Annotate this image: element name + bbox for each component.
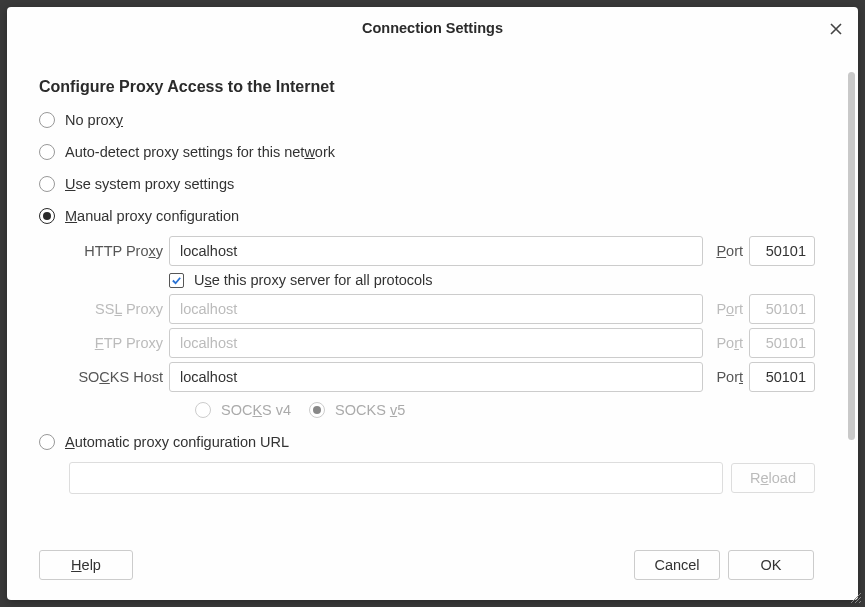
radio-icon bbox=[309, 402, 325, 418]
option-no-proxy[interactable]: No proxy bbox=[39, 108, 815, 132]
close-icon bbox=[830, 23, 842, 35]
dialog-title: Connection Settings bbox=[362, 20, 503, 36]
radio-icon bbox=[39, 176, 55, 192]
radio-label: Use system proxy settings bbox=[65, 176, 234, 192]
socks-port-input[interactable] bbox=[749, 362, 815, 392]
radio-label: Auto-detect proxy settings for this netw… bbox=[65, 144, 335, 160]
ssl-proxy-host-input bbox=[169, 294, 703, 324]
checkbox-icon bbox=[169, 273, 184, 288]
socks-version-row: SOCKS v4 SOCKS v5 bbox=[169, 398, 815, 422]
ssl-proxy-port-input bbox=[749, 294, 815, 324]
radio-label: Manual proxy configuration bbox=[65, 208, 239, 224]
pac-url-row: Reload bbox=[69, 462, 815, 494]
dialog-footer: Help Cancel OK bbox=[7, 540, 858, 600]
option-auto-detect[interactable]: Auto-detect proxy settings for this netw… bbox=[39, 140, 815, 164]
reload-button: Reload bbox=[731, 463, 815, 493]
ok-button[interactable]: OK bbox=[728, 550, 814, 580]
http-proxy-host-input[interactable] bbox=[169, 236, 703, 266]
option-use-system[interactable]: Use system proxy settings bbox=[39, 172, 815, 196]
ftp-proxy-host-input bbox=[169, 328, 703, 358]
cancel-button[interactable]: Cancel bbox=[634, 550, 720, 580]
dialog-body: Configure Proxy Access to the Internet N… bbox=[7, 50, 858, 540]
http-proxy-row: HTTP Proxy Port bbox=[69, 236, 815, 266]
socks-port-label: Port bbox=[709, 369, 743, 385]
manual-proxy-block: HTTP Proxy Port Use this proxy server fo… bbox=[69, 236, 815, 422]
socks-host-label: SOCKS Host bbox=[69, 369, 163, 385]
option-socks-v5: SOCKS v5 bbox=[309, 398, 405, 422]
http-proxy-port-input[interactable] bbox=[749, 236, 815, 266]
radio-label: No proxy bbox=[65, 112, 123, 128]
checkbox-label: Use this proxy server for all protocols bbox=[194, 272, 433, 288]
radio-icon bbox=[39, 112, 55, 128]
section-heading: Configure Proxy Access to the Internet bbox=[39, 78, 815, 96]
ssl-port-label: Port bbox=[709, 301, 743, 317]
ftp-proxy-label: FTP Proxy bbox=[69, 335, 163, 351]
option-socks-v4: SOCKS v4 bbox=[195, 398, 291, 422]
close-button[interactable] bbox=[824, 17, 848, 41]
pac-url-input bbox=[69, 462, 723, 494]
radio-icon bbox=[39, 434, 55, 450]
option-manual[interactable]: Manual proxy configuration bbox=[39, 204, 815, 228]
radio-label: SOCKS v4 bbox=[221, 402, 291, 418]
ftp-port-label: Port bbox=[709, 335, 743, 351]
radio-label: SOCKS v5 bbox=[335, 402, 405, 418]
http-proxy-label: HTTP Proxy bbox=[69, 243, 163, 259]
radio-icon bbox=[39, 208, 55, 224]
radio-icon bbox=[39, 144, 55, 160]
connection-settings-dialog: Connection Settings Configure Proxy Acce… bbox=[7, 7, 858, 600]
http-port-label: Port bbox=[709, 243, 743, 259]
ssl-proxy-row: SSL Proxy Port bbox=[69, 294, 815, 324]
option-auto-config-url[interactable]: Automatic proxy configuration URL bbox=[39, 430, 815, 454]
dialog-content: Configure Proxy Access to the Internet N… bbox=[7, 50, 845, 540]
scrollbar-thumb[interactable] bbox=[848, 72, 855, 440]
resize-grip-icon[interactable] bbox=[849, 591, 863, 605]
socks-host-input[interactable] bbox=[169, 362, 703, 392]
vertical-scrollbar[interactable] bbox=[845, 50, 858, 540]
use-for-all-row[interactable]: Use this proxy server for all protocols bbox=[169, 272, 815, 288]
ftp-proxy-row: FTP Proxy Port bbox=[69, 328, 815, 358]
socks-proxy-row: SOCKS Host Port bbox=[69, 362, 815, 392]
ssl-proxy-label: SSL Proxy bbox=[69, 301, 163, 317]
dialog-titlebar: Connection Settings bbox=[7, 7, 858, 50]
radio-label: Automatic proxy configuration URL bbox=[65, 434, 289, 450]
radio-icon bbox=[195, 402, 211, 418]
ftp-proxy-port-input bbox=[749, 328, 815, 358]
help-button[interactable]: Help bbox=[39, 550, 133, 580]
